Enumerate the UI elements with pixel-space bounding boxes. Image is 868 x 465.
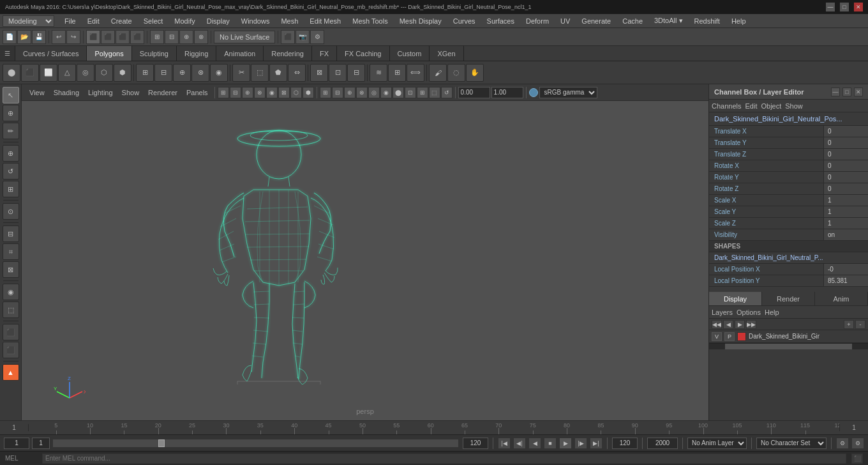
- layer-scrollbar-thumb[interactable]: [725, 344, 852, 349]
- tab-display[interactable]: Display: [709, 292, 762, 305]
- vp-icon-btn2[interactable]: ⊟: [230, 87, 241, 98]
- tab-sculpting[interactable]: Sculpting: [132, 46, 177, 61]
- move-button[interactable]: ⬛: [101, 30, 115, 44]
- layers-menu-item[interactable]: Layers: [712, 309, 733, 316]
- snap-point-button[interactable]: ⊕: [179, 30, 193, 44]
- menu-create[interactable]: Create: [106, 16, 137, 26]
- close-button[interactable]: ✕: [854, 3, 863, 11]
- render-preview-btn[interactable]: ⬛: [281, 30, 295, 44]
- extrude-btn[interactable]: ⊞: [136, 64, 154, 82]
- tab-anim[interactable]: Anim: [815, 292, 868, 305]
- ch-menu-edit[interactable]: Edit: [745, 102, 757, 110]
- layer-color-swatch[interactable]: [737, 332, 746, 341]
- view-menu[interactable]: View: [26, 88, 49, 97]
- menu-mesh-display[interactable]: Mesh Display: [394, 16, 447, 26]
- tab-sidebar-toggle[interactable]: ☰: [0, 46, 15, 61]
- select-mode-btn[interactable]: ↖: [3, 87, 19, 103]
- poly-torus-btn[interactable]: ◎: [77, 64, 94, 82]
- vp-icon-btn8[interactable]: ⬢: [303, 87, 314, 98]
- play-back-btn[interactable]: ◀: [528, 438, 541, 449]
- tab-animation[interactable]: Animation: [216, 46, 264, 61]
- scale-button[interactable]: ⬛: [130, 30, 144, 44]
- channel-minimize-btn[interactable]: —: [831, 88, 840, 96]
- fps-input[interactable]: [647, 438, 678, 449]
- range-end-input[interactable]: [463, 438, 488, 449]
- goto-start-btn[interactable]: |◀: [498, 438, 511, 449]
- channel-content[interactable]: Dark_Skinned_Bikini_Girl_Neutral_Pos... …: [709, 112, 868, 420]
- vp-icon-btn18[interactable]: ⬚: [429, 87, 440, 98]
- tab-rendering[interactable]: Rendering: [264, 46, 312, 61]
- vp-icon-btn10[interactable]: ⊟: [332, 87, 343, 98]
- snap-to-grid-btn[interactable]: ⊟: [3, 225, 19, 242]
- options-menu-item[interactable]: Options: [737, 309, 761, 316]
- layer-visibility-btn[interactable]: V: [712, 332, 722, 341]
- menu-edit[interactable]: Edit: [82, 16, 105, 26]
- merge-btn[interactable]: ⊗: [191, 64, 209, 82]
- save-file-button[interactable]: 💾: [32, 30, 46, 44]
- menu-deform[interactable]: Deform: [521, 16, 554, 26]
- vp-far-clip-input[interactable]: [491, 87, 523, 98]
- insert-edge-btn[interactable]: ⬚: [251, 64, 269, 82]
- viewport[interactable]: View Shading Lighting Show Renderer Pane…: [22, 84, 708, 420]
- vp-icon-btn16[interactable]: ⊡: [405, 87, 416, 98]
- grab-btn[interactable]: ✋: [466, 64, 484, 82]
- layer-scroll-right[interactable]: ▶: [735, 320, 745, 329]
- show-menu[interactable]: Show: [118, 88, 144, 97]
- layer-remove-btn[interactable]: -: [855, 320, 865, 329]
- stop-btn[interactable]: ■: [544, 438, 557, 449]
- anim-layer-selector[interactable]: No Anim Layer: [687, 438, 747, 449]
- menu-help[interactable]: Help: [726, 16, 751, 26]
- menu-redshift[interactable]: Redshift: [689, 16, 725, 26]
- gamma-selector[interactable]: sRGB gamma Linear: [539, 87, 597, 98]
- command-input[interactable]: [42, 454, 846, 464]
- menu-file[interactable]: File: [59, 16, 81, 26]
- help-menu-item[interactable]: Help: [765, 309, 779, 316]
- snap-to-curve-btn[interactable]: ⌗: [3, 243, 19, 260]
- paint-weight-btn[interactable]: 🖌: [429, 64, 447, 82]
- slide-edge-btn[interactable]: ⇔: [288, 64, 306, 82]
- timeline-ruler[interactable]: 5101520253035404550556065707580859095100…: [29, 421, 839, 434]
- ch-menu-channels[interactable]: Channels: [712, 102, 741, 110]
- menu-display[interactable]: Display: [202, 16, 235, 26]
- camera-btn[interactable]: 📷: [296, 30, 310, 44]
- soft-select-btn[interactable]: ⊙: [3, 203, 19, 220]
- smooth-btn[interactable]: ≋: [370, 64, 387, 82]
- snap-grid-button[interactable]: ⊞: [150, 30, 164, 44]
- bevel-btn[interactable]: ⊟: [154, 64, 172, 82]
- relax-btn[interactable]: ◌: [447, 64, 465, 82]
- render-btn[interactable]: ⬛: [3, 324, 19, 340]
- layer-scroll-left[interactable]: ◀◀: [712, 320, 722, 329]
- vp-icon-btn15[interactable]: ⬤: [393, 87, 404, 98]
- vp-icon-btn4[interactable]: ⊗: [254, 87, 266, 98]
- minimize-button[interactable]: —: [826, 3, 835, 11]
- settings-btn[interactable]: ⚙: [310, 30, 324, 44]
- menu-uv[interactable]: UV: [555, 16, 575, 26]
- renderer-menu[interactable]: Renderer: [144, 88, 181, 97]
- vp-near-clip-input[interactable]: [458, 87, 490, 98]
- status-icon-btn[interactable]: ⬛: [851, 454, 863, 464]
- play-fwd-btn[interactable]: ▶: [559, 438, 572, 449]
- frame-slider-thumb[interactable]: [158, 439, 165, 447]
- undo-button[interactable]: ↩: [52, 30, 66, 44]
- menu-generate[interactable]: Generate: [576, 16, 616, 26]
- step-fwd-btn[interactable]: |▶: [574, 438, 587, 449]
- layer-scroll-left2[interactable]: ◀: [723, 320, 733, 329]
- cut-btn[interactable]: ✂: [232, 64, 250, 82]
- paint-mode-btn[interactable]: ✏: [3, 123, 19, 139]
- layer-scrollbar[interactable]: [709, 343, 868, 349]
- vp-icon-btn19[interactable]: ↺: [441, 87, 453, 98]
- mode-selector[interactable]: Modeling Rigging Animation FX Rendering: [3, 15, 54, 27]
- menu-curves[interactable]: Curves: [448, 16, 481, 26]
- vp-icon-btn6[interactable]: ⊠: [278, 87, 290, 98]
- menu-surfaces[interactable]: Surfaces: [482, 16, 520, 26]
- ch-menu-show[interactable]: Show: [785, 102, 803, 110]
- poly-cylinder-btn[interactable]: ⬜: [40, 64, 57, 82]
- move-mode-btn[interactable]: ⊕: [3, 145, 19, 162]
- layer-playback-btn[interactable]: P: [724, 332, 735, 341]
- reduce-btn[interactable]: ⊞: [388, 64, 406, 82]
- menu-mesh-tools[interactable]: Mesh Tools: [347, 16, 393, 26]
- snap-curve-button[interactable]: ⊟: [165, 30, 179, 44]
- tab-fx-caching[interactable]: FX Caching: [337, 46, 389, 61]
- fill-hole-btn[interactable]: ◉: [210, 64, 228, 82]
- split-poly-btn[interactable]: ⊟: [347, 64, 365, 82]
